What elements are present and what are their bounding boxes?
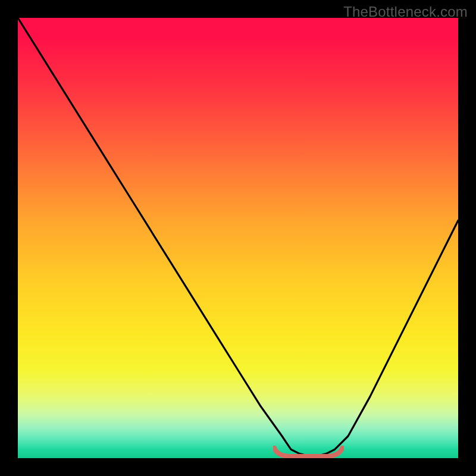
plot-area: [18, 18, 458, 458]
chart-frame: TheBottleneck.com: [0, 0, 476, 476]
bottleneck-curve: [18, 18, 458, 458]
watermark-label: TheBottleneck.com: [343, 4, 468, 20]
